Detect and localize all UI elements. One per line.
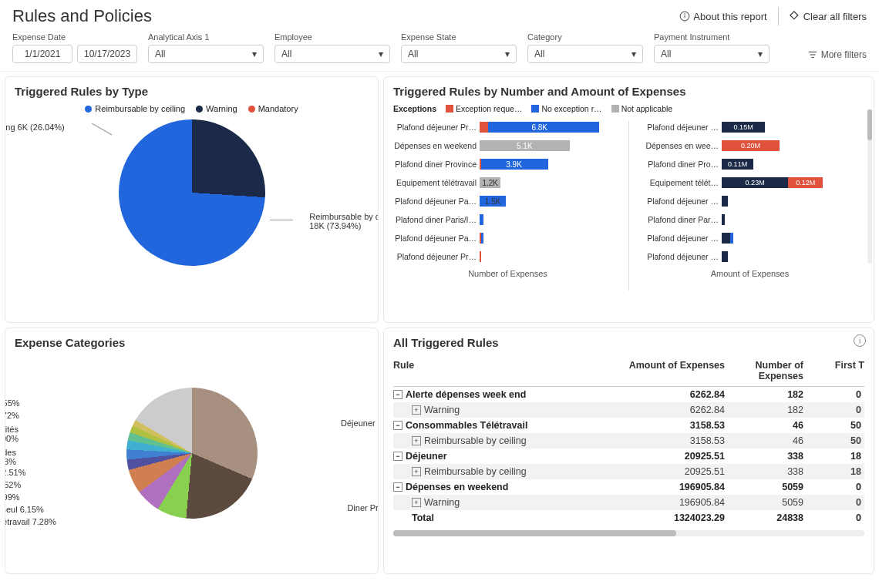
bar-panels: Plafond déjeuner Pr…6.8KDépenses en week… <box>393 121 864 291</box>
filter-axis1: Analytical Axis 1 All▾ <box>148 32 264 63</box>
square-icon <box>611 105 619 113</box>
date-from-input[interactable]: 1/1/2021 <box>12 45 72 63</box>
bar-chart-number[interactable]: Plafond déjeuner Pr…6.8KDépenses en week… <box>393 121 622 291</box>
chevron-down-icon: ▾ <box>252 49 257 59</box>
clear-filters-link[interactable]: Clear all filters <box>790 11 867 22</box>
svg-point-2 <box>685 14 685 15</box>
employee-dropdown[interactable]: All▾ <box>274 45 390 63</box>
table-row[interactable]: Total1324023.29248380 <box>393 510 864 526</box>
table-row[interactable]: −Déjeuner20925.5133818 <box>393 449 864 464</box>
svg-rect-3 <box>790 12 798 19</box>
collapse-icon[interactable]: − <box>393 390 402 399</box>
scrollbar[interactable] <box>867 109 872 264</box>
dot-icon <box>196 106 203 113</box>
legend-exceptions: Exceptions Exception reque… No exception… <box>393 104 864 113</box>
bar-row[interactable]: Plafond diner Par… <box>635 213 864 226</box>
info-icon <box>679 11 690 22</box>
dot-icon <box>248 106 255 113</box>
bar-row[interactable]: Plafond diner Pro…0.11M <box>635 158 864 170</box>
table-header: Rule Amount of Expenses Number ofExpense… <box>393 355 864 387</box>
legend-item[interactable]: Exception reque… <box>446 104 522 113</box>
pie-label-warning: Warning 6K (26.04%) <box>5 123 65 132</box>
bar-row[interactable]: Equipement télétravail1.2K <box>393 176 622 189</box>
bar-row[interactable]: Plafond déjeuner Pa…1.5K <box>393 195 622 207</box>
card-all-triggered-rules: All Triggered Rules i Rule Amount of Exp… <box>383 328 874 574</box>
about-report-link[interactable]: About this report <box>679 11 766 22</box>
filter-icon <box>807 49 818 60</box>
bar-row[interactable]: Plafond déjeuner Pr… <box>393 250 622 263</box>
divider <box>778 7 779 25</box>
filters-bar: Expense Date 1/1/2021 10/17/2023 Analyti… <box>0 29 879 72</box>
chevron-down-icon: ▾ <box>505 49 510 59</box>
bar-row[interactable]: Plafond déjeuner … <box>635 195 864 207</box>
pie-body <box>119 119 265 266</box>
bar-row[interactable]: Plafond déjeuner Pa… <box>393 232 622 244</box>
col-rule[interactable]: Rule <box>393 360 617 381</box>
legend-item[interactable]: No exception r… <box>531 104 601 113</box>
header: Rules and Policies About this report Cle… <box>0 0 879 29</box>
axis-title: Amount of Expenses <box>635 269 864 278</box>
expand-icon[interactable]: + <box>412 436 421 445</box>
chevron-down-icon: ▾ <box>631 49 636 59</box>
bar-row[interactable]: Equipement télét…0.23M0.12M <box>635 176 864 189</box>
table-row[interactable]: +Warning196905.8450590 <box>393 495 864 510</box>
filter-category: Category All▾ <box>527 32 643 63</box>
axis1-dropdown[interactable]: All▾ <box>148 45 264 63</box>
dot-icon <box>85 106 92 113</box>
col-amount[interactable]: Amount of Expenses <box>617 360 732 381</box>
bar-row[interactable]: Plafond diner Province3.9K <box>393 158 622 170</box>
payment-dropdown[interactable]: All▾ <box>654 45 770 63</box>
collapse-icon[interactable]: − <box>393 452 402 461</box>
info-icon[interactable]: i <box>854 334 866 347</box>
table-row[interactable]: −Alerte dépenses week end6262.841820 <box>393 387 864 402</box>
state-dropdown[interactable]: All▾ <box>401 45 517 63</box>
legend-item[interactable]: Warning <box>196 104 237 113</box>
bar-row[interactable]: Dépenses en wee…0.20M <box>635 139 864 152</box>
table-row[interactable]: +Reimbursable by ceiling3158.534650 <box>393 433 864 449</box>
chevron-down-icon: ▾ <box>379 49 383 59</box>
bar-chart-amount[interactable]: Plafond déjeuner …0.15MDépenses en wee…0… <box>635 121 864 291</box>
card-title: Triggered Rules by Number and Amount of … <box>393 85 864 98</box>
date-to-input[interactable]: 10/17/2023 <box>77 45 137 63</box>
page-title: Rules and Policies <box>12 6 679 26</box>
card-title: All Triggered Rules <box>393 336 864 349</box>
rules-table: Rule Amount of Expenses Number ofExpense… <box>393 355 864 536</box>
table-row[interactable]: +Reimbursable by ceiling20925.5133818 <box>393 464 864 479</box>
col-first[interactable]: First T <box>810 360 864 381</box>
pie-label-reimb: Reimbursable by ceiling18K (73.94%) <box>309 212 379 230</box>
more-filters-link[interactable]: More filters <box>807 49 867 63</box>
pie-chart[interactable]: Warning 6K (26.04%) Reimbursable by ceil… <box>15 119 369 266</box>
category-dropdown[interactable]: All▾ <box>527 45 643 63</box>
collapse-icon[interactable]: − <box>393 421 402 430</box>
horizontal-scrollbar[interactable] <box>393 530 864 536</box>
table-row[interactable]: −Consommables Télétravail3158.534650 <box>393 418 864 433</box>
table-row[interactable]: −Dépenses en weekend196905.8450590 <box>393 479 864 495</box>
chevron-down-icon: ▾ <box>758 49 763 59</box>
bar-row[interactable]: Plafond diner Paris/I… <box>393 213 622 226</box>
legend-item[interactable]: Reimbursable by ceiling <box>85 104 185 113</box>
legend-item[interactable]: Not applicable <box>611 104 673 113</box>
axis-title: Number of Expenses <box>393 269 622 278</box>
bar-row[interactable]: Plafond déjeuner … <box>635 232 864 244</box>
expand-icon[interactable]: + <box>412 498 421 507</box>
expand-icon[interactable]: + <box>412 405 421 415</box>
expand-icon[interactable]: + <box>412 467 421 476</box>
table-row[interactable]: +Warning6262.841820 <box>393 402 864 418</box>
card-triggered-by-number-amount: Triggered Rules by Number and Amount of … <box>383 76 874 323</box>
table-body: −Alerte dépenses week end6262.841820+War… <box>393 387 864 526</box>
bar-row[interactable]: Plafond déjeuner …0.15M <box>635 121 864 133</box>
bar-row[interactable]: Dépenses en weekend5.1K <box>393 139 622 152</box>
square-icon <box>531 105 539 113</box>
col-number[interactable]: Number ofExpenses <box>732 360 810 381</box>
collapse-icon[interactable]: − <box>393 482 402 492</box>
dashboard-grid: Triggered Rules by Type Reimbursable by … <box>0 72 879 579</box>
pie-chart-categories[interactable]: Déjeuner Province Seul 31.47% Diner Prov… <box>15 388 369 519</box>
header-actions: About this report Clear all filters <box>679 7 867 25</box>
bar-row[interactable]: Plafond déjeuner … <box>635 250 864 263</box>
legend-item[interactable]: Mandatory <box>248 104 298 113</box>
card-title: Expense Categories <box>15 336 369 349</box>
bar-row[interactable]: Plafond déjeuner Pr…6.8K <box>393 121 622 133</box>
pie-body <box>126 388 258 519</box>
card-expense-categories: Expense Categories Déjeuner Province Seu… <box>5 328 379 574</box>
eraser-icon <box>790 11 800 22</box>
